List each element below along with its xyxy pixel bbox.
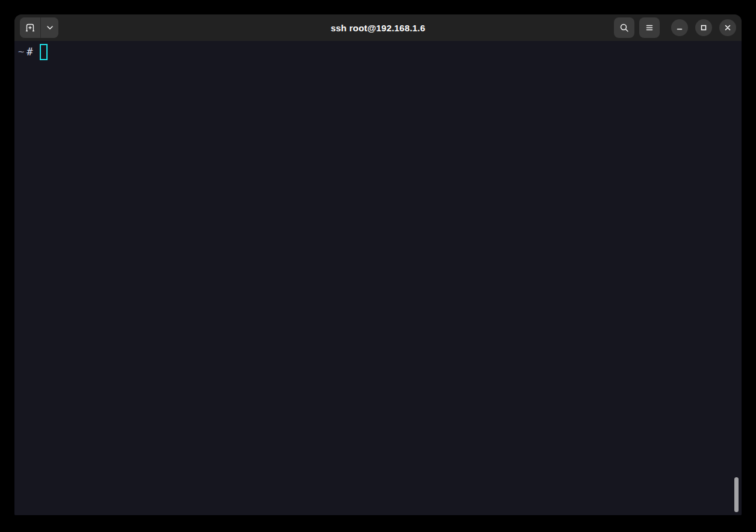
hamburger-menu-icon	[645, 23, 654, 32]
prompt-symbol: #	[26, 43, 33, 60]
minimize-button[interactable]	[671, 19, 688, 36]
titlebar[interactable]: ssh root@192.168.1.6	[14, 14, 742, 41]
headerbar-right-controls	[614, 14, 736, 41]
scrollbar-thumb[interactable]	[734, 477, 739, 512]
main-menu-button[interactable]	[639, 17, 660, 38]
close-icon	[723, 23, 732, 32]
maximize-icon	[699, 23, 708, 32]
new-tab-icon	[25, 22, 36, 33]
scrollbar-track	[734, 40, 740, 514]
terminal-window: ssh root@192.168.1.6	[14, 14, 742, 515]
minimize-icon	[675, 23, 684, 32]
prompt-path: ~	[18, 43, 24, 60]
tab-button-group	[20, 17, 58, 38]
terminal-screen[interactable]: ~ #	[14, 41, 742, 515]
new-tab-button[interactable]	[20, 17, 40, 38]
terminal-cursor	[40, 44, 48, 60]
close-button[interactable]	[719, 19, 736, 36]
search-icon	[619, 22, 630, 33]
chevron-down-icon	[46, 23, 54, 32]
tabs-dropdown-button[interactable]	[40, 17, 58, 38]
maximize-button[interactable]	[695, 19, 712, 36]
prompt-line: ~ #	[18, 43, 738, 60]
window-controls	[671, 19, 736, 36]
search-button[interactable]	[614, 17, 634, 38]
window-title: ssh root@192.168.1.6	[330, 23, 425, 33]
